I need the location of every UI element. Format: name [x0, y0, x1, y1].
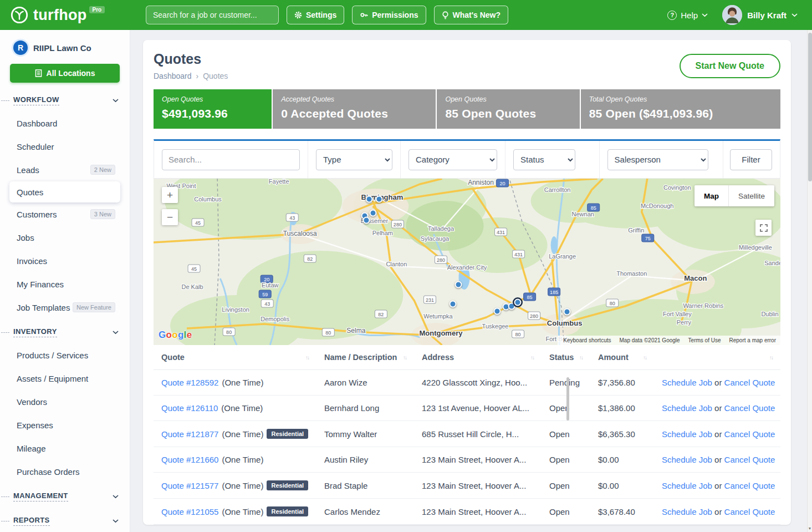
sidebar-item-leads[interactable]: Leads2 New — [0, 158, 130, 181]
global-search-input[interactable] — [146, 6, 279, 24]
map-marker[interactable] — [370, 210, 377, 217]
schedule-job-link[interactable]: Schedule Job — [662, 455, 712, 464]
stat-label: Open Quotes — [445, 95, 571, 103]
map-marker[interactable] — [564, 308, 571, 316]
cancel-quote-link[interactable]: Cancel Quote — [724, 455, 775, 464]
sort-icon[interactable]: ↑↓ — [769, 354, 773, 361]
table-row: Quote #128592(One Time)Aaron Wize4220 Gl… — [154, 370, 780, 396]
sort-icon[interactable]: ↑↓ — [305, 354, 309, 361]
sidebar-section-workflow[interactable]: WORKFLOW — [0, 87, 130, 112]
sidebar-item-customers[interactable]: Customers3 New — [0, 202, 130, 226]
sidebar-item-products-services[interactable]: Products / Services — [0, 343, 130, 367]
column-header-actions[interactable]: ↑↓ — [654, 345, 780, 370]
quotes-card: Quotes Dashboard › Quotes Start New Quot… — [143, 40, 791, 525]
sidebar-item-vendors[interactable]: Vendors — [0, 390, 130, 413]
cancel-quote-link[interactable]: Cancel Quote — [724, 403, 775, 413]
sidebar-item-purchase-orders[interactable]: Purchase Orders — [0, 460, 130, 483]
table-scrollbar[interactable] — [566, 377, 569, 420]
map-marker-selected[interactable] — [514, 299, 522, 306]
quote-link[interactable]: Quote #128592 — [161, 378, 218, 387]
sidebar-item-mileage[interactable]: Mileage — [0, 437, 130, 460]
google-logo[interactable]: Google — [159, 330, 192, 341]
map-marker[interactable] — [363, 217, 370, 224]
cancel-quote-link[interactable]: Cancel Quote — [724, 429, 775, 439]
sort-icon[interactable]: ↑↓ — [579, 354, 583, 361]
schedule-job-link[interactable]: Schedule Job — [662, 429, 712, 439]
cancel-quote-link[interactable]: Cancel Quote — [724, 378, 775, 387]
quotes-map[interactable]: 2085751858520594545434382822802802802314… — [154, 179, 780, 345]
help-menu[interactable]: ? Help — [667, 11, 708, 20]
user-menu[interactable]: Billy Kraft — [722, 5, 798, 25]
all-locations-button[interactable]: All Locations — [10, 64, 120, 83]
quote-cell: Quote #128592(One Time) — [154, 370, 316, 396]
schedule-job-link[interactable]: Schedule Job — [662, 378, 712, 387]
sidebar-section-inventory[interactable]: INVENTORY — [0, 319, 130, 343]
cancel-quote-link[interactable]: Cancel Quote — [724, 481, 775, 490]
map-marker[interactable] — [450, 301, 457, 308]
scrollbar-down-arrow[interactable]: ▼ — [808, 525, 812, 532]
sidebar-section-reports[interactable]: REPORTS — [0, 508, 130, 532]
quote-link[interactable]: Quote #126110 — [161, 403, 218, 413]
sidebar-item-jobs[interactable]: Jobs — [0, 226, 130, 249]
stat-card-open-quotes-0: Open Quotes$491,093.96 — [154, 89, 272, 129]
map-zoom-in-button[interactable]: + — [162, 187, 178, 203]
breadcrumb-separator: › — [196, 72, 199, 80]
filter-button[interactable]: Filter — [730, 149, 772, 170]
sidebar-item-job-templates[interactable]: Job TemplatesNew Feature — [0, 296, 130, 319]
column-header-amount[interactable]: Amount↑↓ — [590, 345, 654, 370]
sidebar-item-dashboard[interactable]: Dashboard — [0, 112, 130, 135]
sidebar-item-my-finances[interactable]: My Finances — [0, 272, 130, 296]
sidebar-section-management[interactable]: MANAGEMENT — [0, 483, 130, 508]
actions-cell: Schedule Job or Cancel Quote — [654, 447, 780, 473]
sidebar-item-quotes[interactable]: Quotes — [9, 181, 120, 202]
quote-link[interactable]: Quote #121877 — [161, 429, 218, 439]
schedule-job-link[interactable]: Schedule Job — [662, 481, 712, 490]
column-header-quote[interactable]: Quote↑↓ — [154, 345, 316, 370]
whats-new-button[interactable]: What's New? — [434, 6, 509, 24]
sidebar-item-expenses[interactable]: Expenses — [0, 413, 130, 437]
schedule-job-link[interactable]: Schedule Job — [662, 403, 712, 413]
sort-icon[interactable]: ↑↓ — [403, 354, 406, 361]
quote-link[interactable]: Quote #121577 — [161, 481, 218, 490]
settings-button[interactable]: Settings — [287, 6, 344, 24]
customer-name: Carlos Mendez — [316, 499, 414, 525]
type-select[interactable]: Type — [316, 149, 392, 170]
permissions-button[interactable]: Permissions — [352, 6, 426, 24]
quote-address: 123 Main Street, Hoover A... — [414, 447, 542, 473]
map-fullscreen-button[interactable] — [755, 220, 772, 236]
terms-of-use-link[interactable]: Terms of Use — [688, 337, 721, 343]
schedule-job-link[interactable]: Schedule Job — [662, 507, 712, 516]
map-view-button[interactable]: Map — [694, 185, 728, 206]
map-marker[interactable] — [455, 281, 462, 288]
map-zoom-out-button[interactable]: − — [162, 209, 178, 225]
company-avatar: R — [13, 40, 28, 55]
brand-logo[interactable]: turfhop Pro — [10, 6, 124, 24]
start-new-quote-button[interactable]: Start New Quote — [680, 54, 780, 78]
breadcrumb-dashboard-link[interactable]: Dashboard — [154, 72, 192, 80]
salesperson-select[interactable]: Salesperson — [607, 149, 708, 170]
sort-icon[interactable]: ↑↓ — [530, 354, 534, 361]
quotes-search-input[interactable] — [162, 149, 300, 170]
sidebar-item-scheduler[interactable]: Scheduler — [0, 135, 130, 158]
quote-status: Open — [542, 421, 590, 447]
column-header-status[interactable]: Status↑↓ — [542, 345, 590, 370]
column-header-name-description[interactable]: Name / Description↑↓ — [316, 345, 414, 370]
quote-link[interactable]: Quote #121660 — [161, 455, 218, 464]
quote-link[interactable]: Quote #121055 — [161, 507, 218, 516]
keyboard-shortcuts-link[interactable]: Keyboard shortcuts — [563, 337, 611, 343]
cancel-quote-link[interactable]: Cancel Quote — [724, 507, 775, 516]
map-marker[interactable] — [376, 196, 383, 203]
sidebar-item-assets-equipment[interactable]: Assets / Equipment — [0, 367, 130, 390]
company-switcher[interactable]: R RIIPL Lawn Co — [0, 30, 130, 60]
stat-card-accepted-quotes-1: Accepted Quotes0 Accepted Quotes — [273, 89, 436, 129]
satellite-view-button[interactable]: Satellite — [728, 185, 774, 206]
sidebar-item-invoices[interactable]: Invoices — [0, 249, 130, 272]
sort-icon[interactable]: ↑↓ — [643, 354, 646, 361]
map-marker[interactable] — [366, 196, 373, 203]
report-map-error-link[interactable]: Report a map error — [729, 337, 776, 343]
status-select[interactable]: Status — [513, 149, 575, 170]
column-header-address[interactable]: Address↑↓ — [414, 345, 542, 370]
map-marker[interactable] — [494, 308, 501, 315]
scrollbar-thumb[interactable] — [808, 33, 812, 181]
category-select[interactable]: Category — [408, 149, 497, 170]
